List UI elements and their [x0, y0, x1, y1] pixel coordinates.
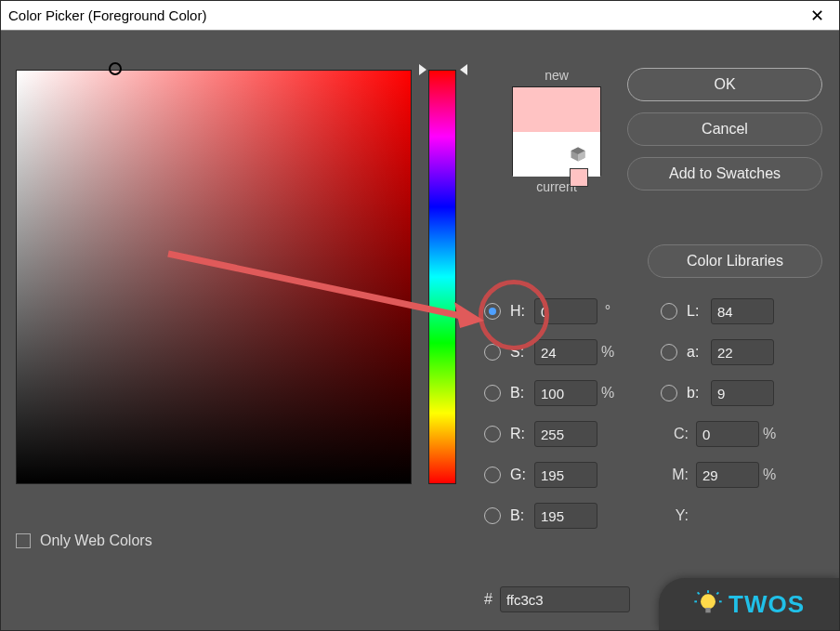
gamut-warning-icon[interactable]: [570, 146, 586, 167]
unit-c: %: [759, 426, 780, 442]
close-icon[interactable]: ✕: [803, 4, 832, 28]
radio-b-hsb[interactable]: [484, 385, 501, 401]
radio-s[interactable]: [484, 344, 501, 361]
hex-row: #: [484, 586, 630, 612]
unit-m: %: [759, 467, 780, 483]
label-l: L:: [687, 303, 711, 320]
input-c[interactable]: [696, 421, 759, 447]
unit-s: %: [597, 344, 618, 361]
label-a: a:: [687, 344, 711, 361]
add-to-swatches-button[interactable]: Add to Swatches: [627, 157, 822, 191]
label-g: G:: [510, 467, 534, 483]
radio-a[interactable]: [661, 344, 677, 361]
color-libraries-button[interactable]: Color Libraries: [648, 244, 822, 278]
radio-r[interactable]: [484, 426, 501, 442]
input-a[interactable]: [711, 339, 774, 365]
svg-rect-3: [705, 608, 710, 612]
input-h[interactable]: [534, 298, 597, 324]
input-b-rgb[interactable]: [534, 503, 597, 529]
hex-label: #: [484, 591, 492, 608]
cancel-button[interactable]: Cancel: [627, 112, 822, 146]
color-picker-dialog: Color Picker (Foreground Color) ✕ new cu…: [0, 0, 840, 631]
input-g[interactable]: [534, 462, 597, 488]
only-web-colors-label: Only Web Colors: [40, 532, 152, 549]
only-web-colors-checkbox[interactable]: [16, 533, 31, 548]
color-preview: new current: [487, 68, 626, 194]
label-b-lab: b:: [687, 385, 711, 401]
unit-h: °: [597, 303, 618, 320]
current-color-label: current: [487, 179, 626, 194]
input-b-hsb[interactable]: [534, 380, 597, 406]
input-hex[interactable]: [500, 586, 630, 612]
label-y: Y:: [661, 507, 689, 524]
label-b-hsb: B:: [510, 385, 534, 401]
watermark: TWOS: [659, 578, 839, 630]
svg-line-8: [716, 592, 718, 594]
label-s: S:: [510, 344, 534, 361]
preview-swatch: [512, 86, 601, 176]
window-title: Color Picker (Foreground Color): [8, 7, 206, 23]
new-color-swatch: [513, 87, 600, 132]
input-r[interactable]: [534, 421, 597, 447]
radio-g[interactable]: [484, 467, 501, 483]
radio-h[interactable]: [484, 303, 501, 320]
svg-marker-1: [454, 302, 484, 328]
label-m: M:: [661, 467, 689, 483]
color-values: H: ° L: S: %: [484, 291, 824, 536]
label-r: R:: [510, 426, 534, 442]
input-s[interactable]: [534, 339, 597, 365]
radio-b-rgb[interactable]: [484, 507, 501, 524]
unit-b-hsb: %: [597, 385, 618, 401]
hue-handle-left-icon[interactable]: [419, 64, 427, 75]
new-color-label: new: [487, 68, 626, 83]
watermark-text: TWOS: [728, 590, 805, 619]
svg-line-7: [698, 592, 700, 594]
label-h: H:: [510, 303, 534, 320]
radio-b-lab[interactable]: [661, 385, 677, 401]
input-m[interactable]: [696, 462, 759, 488]
color-field[interactable]: [16, 70, 412, 484]
input-b-lab[interactable]: [711, 380, 774, 406]
hue-slider[interactable]: [428, 70, 456, 484]
titlebar: Color Picker (Foreground Color) ✕: [1, 1, 839, 31]
input-l[interactable]: [711, 298, 774, 324]
closest-web-color-swatch[interactable]: [570, 168, 588, 187]
lightbulb-icon: [693, 589, 723, 619]
ok-button[interactable]: OK: [627, 68, 822, 101]
color-field-cursor[interactable]: [109, 62, 122, 75]
label-b-rgb: B:: [510, 507, 534, 524]
svg-point-2: [701, 594, 715, 609]
label-c: C:: [661, 426, 689, 442]
hue-handle-right-icon[interactable]: [460, 64, 467, 75]
radio-l[interactable]: [661, 303, 677, 320]
